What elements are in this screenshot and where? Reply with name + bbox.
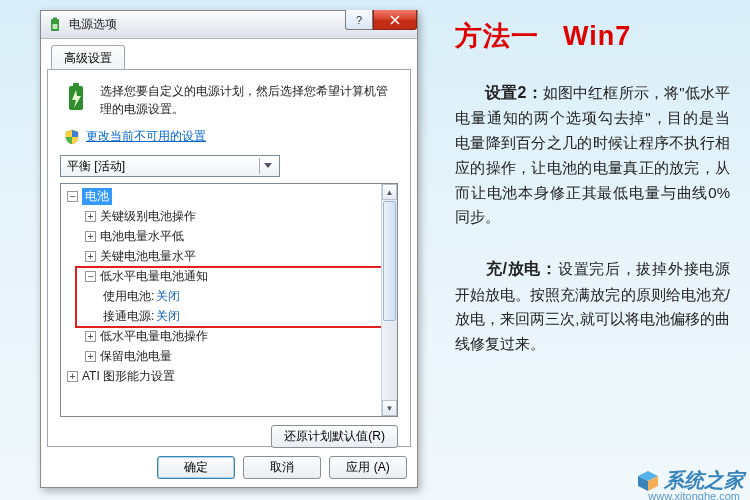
tree-node[interactable]: +关键电池电量水平 — [65, 246, 397, 266]
expand-icon[interactable]: + — [85, 211, 96, 222]
intro-text: 选择您要自定义的电源计划，然后选择您希望计算机管理的电源设置。 — [100, 82, 398, 118]
collapse-icon[interactable]: − — [85, 271, 96, 282]
tree-node[interactable]: +电池电量水平低 — [65, 226, 397, 246]
article-heading: 方法一Win7 — [455, 18, 730, 54]
svg-rect-1 — [53, 17, 57, 19]
instruction-article: 方法一Win7 设置2：如图中红框所示，将"低水平电量通知的两个选项勾去掉"，目… — [455, 18, 730, 383]
battery-app-icon — [47, 17, 63, 33]
tree-node[interactable]: +保留电池电量 — [65, 346, 397, 366]
settings-tree[interactable]: − 电池 +关键级别电池操作 +电池电量水平低 +关键电池电量水平 −低水平电量… — [60, 183, 398, 417]
dropdown-value: 平衡 [活动] — [67, 158, 125, 175]
chevron-down-icon — [259, 158, 275, 174]
tree-leaf-plugged-in[interactable]: 接通电源:关闭 — [65, 306, 397, 326]
tree-node-battery[interactable]: − 电池 — [65, 186, 397, 206]
expand-icon[interactable]: + — [85, 231, 96, 242]
power-options-dialog: 电源选项 ? 高级设置 选择您要自定义的电源计划，然后选择您希望计算机管理的电源… — [40, 10, 418, 488]
restore-defaults-button[interactable]: 还原计划默认值(R) — [271, 425, 398, 448]
expand-icon[interactable]: + — [85, 251, 96, 262]
tree-node-ati[interactable]: +ATI 图形能力设置 — [65, 366, 397, 386]
collapse-icon[interactable]: − — [67, 191, 78, 202]
expand-icon[interactable]: + — [67, 371, 78, 382]
svg-rect-4 — [73, 83, 79, 87]
tree-node[interactable]: +关键级别电池操作 — [65, 206, 397, 226]
scroll-up-button[interactable]: ▲ — [382, 184, 397, 200]
close-button[interactable] — [373, 10, 417, 30]
advanced-panel: 选择您要自定义的电源计划，然后选择您希望计算机管理的电源设置。 更改当前不可用的… — [47, 69, 411, 447]
svg-rect-2 — [53, 24, 58, 29]
ok-button[interactable]: 确定 — [157, 456, 235, 479]
article-paragraph-2: 充/放电：设置完后，拔掉外接电源开始放电。按照充满放完的原则给电池充/放电，来回… — [455, 256, 730, 357]
dialog-title: 电源选项 — [69, 16, 117, 33]
scroll-down-button[interactable]: ▼ — [382, 400, 397, 416]
cancel-button[interactable]: 取消 — [243, 456, 321, 479]
uac-shield-icon — [64, 129, 80, 145]
tree-node-low-battery-notify[interactable]: −低水平电量电池通知 — [65, 266, 397, 286]
scroll-thumb[interactable] — [383, 201, 396, 321]
help-button[interactable]: ? — [345, 10, 373, 30]
close-icon — [390, 15, 400, 25]
battery-plan-icon — [60, 82, 92, 114]
vertical-scrollbar[interactable]: ▲ ▼ — [381, 184, 397, 416]
cube-icon — [636, 469, 660, 493]
tree-node[interactable]: +低水平电量电池操作 — [65, 326, 397, 346]
expand-icon[interactable]: + — [85, 331, 96, 342]
expand-icon[interactable]: + — [85, 351, 96, 362]
power-plan-dropdown[interactable]: 平衡 [活动] — [60, 155, 280, 177]
tree-leaf-on-battery[interactable]: 使用电池:关闭 — [65, 286, 397, 306]
watermark-url: www.xitonghe.com — [648, 490, 740, 500]
tab-strip: 高级设置 — [47, 45, 411, 69]
apply-button[interactable]: 应用 (A) — [329, 456, 407, 479]
tab-advanced[interactable]: 高级设置 — [51, 45, 125, 70]
change-unavailable-settings-link[interactable]: 更改当前不可用的设置 — [86, 128, 206, 145]
titlebar[interactable]: 电源选项 ? — [41, 11, 417, 39]
article-paragraph-1: 设置2：如图中红框所示，将"低水平电量通知的两个选项勾去掉"，目的是当电量降到百… — [455, 80, 730, 230]
